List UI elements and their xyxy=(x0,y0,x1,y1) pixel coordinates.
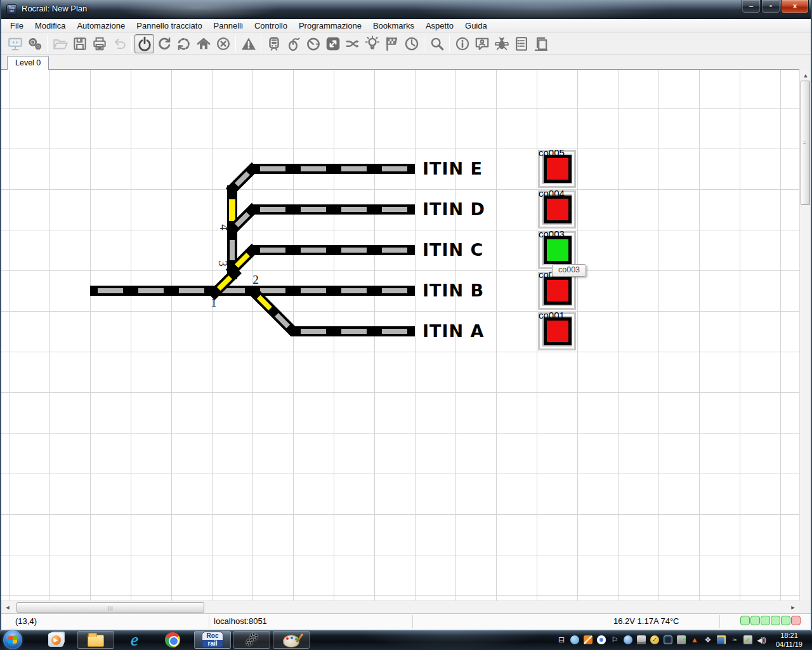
titlebar[interactable]: Rocrail Rocrail: New Plan – ▫ x xyxy=(1,0,811,19)
disconnect-button[interactable] xyxy=(213,34,233,53)
curve-to-itin-e[interactable] xyxy=(226,162,259,196)
auto-start-button[interactable] xyxy=(382,34,402,53)
info-button[interactable] xyxy=(452,34,472,53)
toolbar xyxy=(1,33,811,55)
java-icon[interactable] xyxy=(583,635,593,645)
menu-guida[interactable]: Guida xyxy=(459,20,493,32)
switch-2-label: 2 xyxy=(249,273,263,287)
chrome-mini-icon[interactable] xyxy=(596,635,606,645)
train-icon xyxy=(266,36,282,52)
undo-button[interactable] xyxy=(109,34,129,53)
track-itin-d[interactable] xyxy=(250,204,415,215)
vertical-scroll-thumb[interactable]: ≡ xyxy=(801,81,810,205)
toolbar-separator xyxy=(449,36,450,52)
emergency-stop-button[interactable] xyxy=(239,34,258,53)
vertical-scrollbar[interactable]: ▲ ≡ ▼ xyxy=(799,70,811,613)
taskbar-rocrail-server-button[interactable] xyxy=(233,631,270,649)
menu-file[interactable]: File xyxy=(4,20,29,32)
power-button[interactable] xyxy=(134,34,154,53)
output-co002[interactable]: co002 xyxy=(538,272,576,310)
messenger-icon[interactable] xyxy=(570,635,580,645)
copy-button[interactable] xyxy=(531,34,551,53)
printer-icon[interactable] xyxy=(636,635,646,645)
scroll-left-arrow[interactable]: ◄ xyxy=(2,602,13,613)
menu-controllo[interactable]: Controllo xyxy=(249,20,293,32)
menu-modifica[interactable]: Modifica xyxy=(29,20,71,32)
update-check-icon[interactable]: ✓ xyxy=(650,635,660,645)
menu-bookmarks[interactable]: Bookmarks xyxy=(367,20,420,32)
network-key-icon[interactable] xyxy=(716,635,726,645)
card-check-icon[interactable]: ✓ xyxy=(743,635,753,645)
print-button[interactable] xyxy=(89,34,109,53)
status-led-green xyxy=(750,616,760,625)
media-player-icon: ▶ xyxy=(48,633,63,647)
taskbar-rocrail-button[interactable]: Rocrail xyxy=(194,631,231,649)
volume-icon[interactable]: ◀))) xyxy=(756,635,766,645)
reset-button[interactable] xyxy=(174,34,193,53)
maximize-button[interactable]: ▫ xyxy=(761,0,780,13)
gauge-icon xyxy=(305,36,322,52)
taskbar-wmp-button[interactable]: ▶ xyxy=(39,631,72,649)
tab-level-0[interactable]: Level 0 xyxy=(7,56,49,70)
taskbar-paint-button[interactable] xyxy=(273,631,310,649)
minimize-button[interactable]: – xyxy=(742,0,761,13)
display-icon[interactable] xyxy=(663,635,673,645)
menu-aspetto[interactable]: Aspetto xyxy=(420,20,459,32)
close-button[interactable]: x xyxy=(781,0,809,13)
usb-eject-icon[interactable]: ● xyxy=(676,635,686,645)
support-button[interactable] xyxy=(472,34,492,53)
folder-icon xyxy=(88,635,104,647)
wireless-icon[interactable]: ≈ xyxy=(730,635,740,645)
gears-icon xyxy=(27,36,43,52)
shuffle-button[interactable] xyxy=(343,34,362,53)
menu-programmazione[interactable]: Programmazione xyxy=(293,20,367,32)
undo-icon xyxy=(111,36,128,52)
output-co001[interactable]: co001 xyxy=(538,312,576,350)
screen: Rocrail Rocrail: New Plan – ▫ x File Mod… xyxy=(0,0,812,650)
vlc-icon[interactable]: ▲ xyxy=(690,635,700,645)
user-icon[interactable] xyxy=(623,635,633,645)
refresh-button[interactable] xyxy=(154,34,174,53)
output-co004[interactable]: co004 xyxy=(538,190,576,229)
scroll-right-arrow[interactable]: ► xyxy=(787,602,799,613)
scroll-up-arrow[interactable]: ▲ xyxy=(800,70,811,81)
output-co003[interactable]: co003 xyxy=(538,231,576,269)
track-itin-c[interactable] xyxy=(250,245,415,255)
output-button[interactable] xyxy=(362,34,382,53)
action-center-flag-icon[interactable]: ⚐ xyxy=(610,635,620,645)
taskbar-explorer-button[interactable] xyxy=(77,631,114,649)
debug-button[interactable] xyxy=(492,34,511,53)
checkered-flag-icon xyxy=(384,36,400,52)
log-button[interactable] xyxy=(511,34,531,53)
open-button[interactable] xyxy=(50,34,70,53)
clock-button[interactable] xyxy=(402,34,421,53)
horizontal-scrollbar[interactable]: ◄ ||| ► xyxy=(1,600,799,613)
warning-icon xyxy=(240,36,257,52)
horizontal-scroll-thumb[interactable]: ||| xyxy=(16,602,204,613)
server-gears-icon xyxy=(244,632,260,648)
taskbar-chrome-button[interactable] xyxy=(156,631,189,649)
switch-3-label: 3 xyxy=(216,256,230,270)
taskbar-ie-button[interactable]: e xyxy=(118,631,151,649)
dropbox-icon[interactable]: ❖ xyxy=(703,635,713,645)
output-co005[interactable]: co005 xyxy=(538,150,576,188)
track-itin-a[interactable] xyxy=(291,326,415,336)
network-icon[interactable]: ⊟ xyxy=(556,635,566,645)
start-button[interactable] xyxy=(3,630,22,649)
menu-automazione[interactable]: Automazione xyxy=(71,20,131,32)
menu-pannello-tracciato[interactable]: Pannello tracciato xyxy=(131,20,207,32)
home-button[interactable] xyxy=(193,34,213,53)
label-itin-e: ITIN E xyxy=(422,159,537,179)
speed-button[interactable] xyxy=(303,34,323,53)
menu-pannelli[interactable]: Pannelli xyxy=(208,20,249,32)
workspace-button[interactable] xyxy=(5,34,25,53)
search-button[interactable] xyxy=(427,34,447,53)
throttle-button[interactable] xyxy=(284,34,303,53)
track-plan-canvas[interactable]: 1 2 3 4 ITIN E ITIN D ITIN C ITIN B ITIN… xyxy=(1,70,801,600)
settings-button[interactable] xyxy=(25,34,44,53)
locomotives-button[interactable] xyxy=(264,34,284,53)
routes-button[interactable] xyxy=(323,34,343,53)
taskbar-clock[interactable]: 18:21 04/11/19 xyxy=(769,631,809,649)
save-button[interactable] xyxy=(70,34,89,53)
track-itin-e[interactable] xyxy=(250,164,415,174)
